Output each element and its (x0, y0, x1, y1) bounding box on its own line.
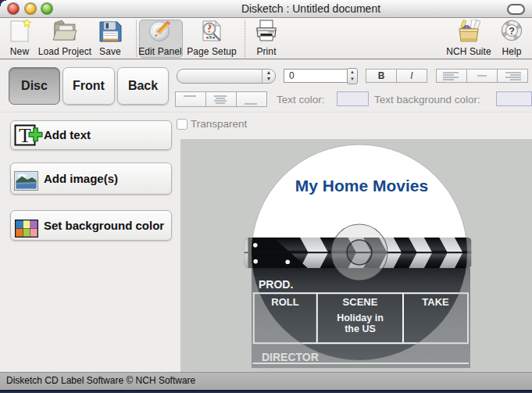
svg-text:?: ? (509, 26, 515, 37)
svg-text:My Home Movies: My Home Movies (295, 177, 428, 195)
